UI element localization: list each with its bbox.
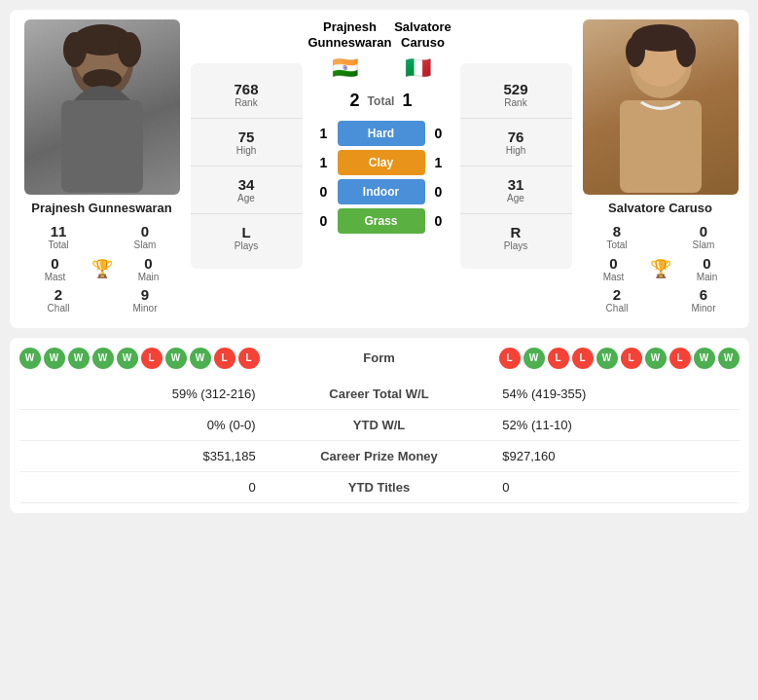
p1-form-badges: WWWWWLWWLL bbox=[19, 348, 260, 369]
player1-minor: 9 Minor bbox=[106, 286, 185, 313]
surface-clay: 1 Clay 1 bbox=[308, 150, 454, 175]
p2-flag: 🇮🇹 bbox=[381, 55, 454, 81]
surface-indoor-btn[interactable]: Indoor bbox=[338, 179, 425, 204]
p2-age-val: 31 bbox=[460, 176, 572, 193]
player2-slam: 0 Slam bbox=[665, 223, 743, 250]
p2-plays-val: R bbox=[460, 224, 572, 240]
center-column: Prajnesh Gunneswaran Salvatore Caruso 🇮🇳… bbox=[308, 19, 454, 234]
player1-stat-box: 768 Rank 75 High 34 Age L Plays bbox=[191, 63, 303, 269]
form-badge: W bbox=[190, 348, 211, 369]
surface-indoor: 0 Indoor 0 bbox=[308, 179, 454, 204]
surface-hard-btn[interactable]: Hard bbox=[338, 121, 425, 146]
p1-high-label: High bbox=[191, 145, 303, 156]
form-badge: W bbox=[68, 348, 90, 369]
form-label: Form bbox=[350, 350, 409, 365]
surface-grass-btn[interactable]: Grass bbox=[338, 208, 425, 234]
p2-form-badges: LWLLWLWLWW bbox=[499, 348, 740, 369]
form-badge: W bbox=[596, 348, 618, 369]
player1-chall: 2 Chall bbox=[19, 286, 98, 313]
form-badge: W bbox=[645, 348, 667, 369]
player1-photo bbox=[24, 19, 180, 195]
form-badge: L bbox=[572, 348, 594, 369]
svg-point-11 bbox=[626, 36, 645, 67]
career-stats-table: 59% (312-216) Career Total W/L 54% (419-… bbox=[19, 379, 740, 503]
svg-point-12 bbox=[676, 36, 696, 67]
stat-p1-val: 0 bbox=[19, 471, 268, 502]
player2-main: 0 Main bbox=[671, 255, 743, 282]
stat-label: Career Prize Money bbox=[268, 440, 491, 471]
stat-p1-val: 59% (312-216) bbox=[19, 379, 268, 410]
player2-minor: 6 Minor bbox=[665, 286, 743, 313]
svg-rect-13 bbox=[620, 100, 702, 193]
form-badge: L bbox=[214, 348, 235, 369]
p2-name-top: Salvatore Caruso bbox=[391, 19, 453, 50]
form-badge: L bbox=[141, 348, 162, 369]
form-badge: W bbox=[165, 348, 187, 369]
player1-main: 0 Main bbox=[113, 255, 185, 282]
p2-high-val: 76 bbox=[460, 129, 572, 145]
total-score-p2: 1 bbox=[402, 91, 412, 111]
stat-p2-val: 54% (419-355) bbox=[490, 379, 739, 410]
form-badge: W bbox=[718, 348, 740, 369]
stats-row: 0 YTD Titles 0 bbox=[19, 471, 740, 502]
form-badge: W bbox=[694, 348, 715, 369]
surface-grass: 0 Grass 0 bbox=[308, 208, 454, 234]
trophy-icon: 🏆 bbox=[91, 258, 113, 279]
form-badge: W bbox=[92, 348, 114, 369]
svg-point-4 bbox=[118, 32, 141, 67]
surface-hard: 1 Hard 0 bbox=[308, 121, 454, 146]
p1-plays-val: L bbox=[191, 224, 303, 240]
form-badge: L bbox=[499, 348, 521, 369]
p2-age-label: Age bbox=[460, 193, 572, 203]
p1-flag: 🇮🇳 bbox=[308, 55, 381, 81]
p1-age-val: 34 bbox=[191, 176, 303, 193]
player2-mast: 0 Mast bbox=[578, 255, 650, 282]
trophy-icon-2: 🏆 bbox=[650, 258, 671, 279]
p1-high-val: 75 bbox=[191, 129, 303, 145]
stat-p1-val: $351,185 bbox=[19, 440, 268, 471]
stat-p1-val: 0% (0-0) bbox=[19, 409, 268, 440]
player2-column: Salvatore Caruso 8 Total 0 Slam 0 Mast bbox=[578, 19, 743, 313]
surface-clay-btn[interactable]: Clay bbox=[338, 150, 425, 175]
stats-row: $351,185 Career Prize Money $927,160 bbox=[19, 440, 740, 471]
stat-p2-val: 52% (11-10) bbox=[490, 409, 739, 440]
form-badge: W bbox=[523, 348, 545, 369]
form-badge: L bbox=[621, 348, 642, 369]
player1-column: Prajnesh Gunneswaran 11 Total 0 Slam 0 bbox=[19, 19, 185, 313]
form-badge: L bbox=[238, 348, 260, 369]
form-badge: W bbox=[44, 348, 65, 369]
player1-total: 11 Total bbox=[19, 223, 98, 250]
p2-plays-label: Plays bbox=[460, 240, 572, 251]
player2-name: Salvatore Caruso bbox=[608, 201, 712, 217]
svg-rect-7 bbox=[61, 100, 143, 193]
player2-chall: 2 Chall bbox=[578, 286, 657, 313]
stat-label: Career Total W/L bbox=[268, 379, 491, 410]
form-badge: W bbox=[19, 348, 41, 369]
total-score-p1: 2 bbox=[350, 91, 360, 111]
p2-high-label: High bbox=[460, 145, 572, 156]
player1-slam: 0 Slam bbox=[106, 223, 185, 250]
p1-rank-val: 768 bbox=[191, 81, 303, 97]
stats-row: 59% (312-216) Career Total W/L 54% (419-… bbox=[19, 379, 740, 410]
stat-p2-val: $927,160 bbox=[490, 440, 739, 471]
p2-rank-label: Rank bbox=[460, 97, 572, 108]
p1-rank-label: Rank bbox=[191, 97, 303, 108]
p2-rank-val: 529 bbox=[460, 81, 572, 97]
stat-label: YTD Titles bbox=[268, 471, 491, 502]
svg-point-3 bbox=[63, 32, 87, 67]
form-badge: W bbox=[117, 348, 138, 369]
total-label: Total bbox=[368, 94, 395, 108]
player2-stat-box: 529 Rank 76 High 31 Age R Plays bbox=[460, 63, 572, 269]
form-row: WWWWWLWWLL Form LWLLWLWLWW bbox=[19, 348, 740, 369]
stat-label: YTD W/L bbox=[268, 409, 491, 440]
p1-plays-label: Plays bbox=[191, 240, 303, 251]
player2-photo bbox=[583, 19, 739, 195]
p1-name-top: Prajnesh Gunneswaran bbox=[308, 19, 392, 50]
player2-total: 8 Total bbox=[578, 223, 657, 250]
stat-p2-val: 0 bbox=[490, 471, 739, 502]
form-badge: L bbox=[669, 348, 691, 369]
player1-mast: 0 Mast bbox=[19, 255, 91, 282]
p1-age-label: Age bbox=[191, 193, 303, 203]
form-badge: L bbox=[548, 348, 569, 369]
player1-name: Prajnesh Gunneswaran bbox=[31, 201, 172, 217]
